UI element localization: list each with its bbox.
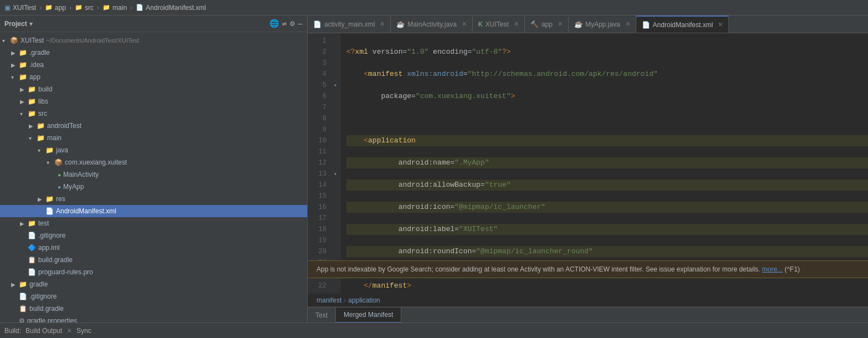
title-xuitest: XUITest [13, 4, 36, 12]
ln-15: 15 [311, 191, 326, 202]
tab-close-xuitest[interactable]: ✕ [514, 21, 519, 28]
gutter-14 [330, 180, 341, 191]
gutter-3 [330, 58, 341, 69]
tree-item-app-iml[interactable]: 🔷 app.iml [0, 242, 307, 254]
tab-close-androidmanifest[interactable]: ✕ [718, 21, 723, 28]
breadcrumb-sep: › [344, 296, 346, 304]
tree-item-mainactivity[interactable]: ● MainActivity [0, 168, 307, 181]
tree-item-myapp[interactable]: ● MyApp [0, 181, 307, 193]
tab-label-mainactivity: MainActivity.java [407, 21, 456, 28]
tree-item-gradle[interactable]: ▶ 📁 gradle [0, 278, 307, 290]
breadcrumb-bar: manifest › application [308, 294, 868, 307]
tab-app[interactable]: 🔨 app ✕ [525, 16, 569, 33]
tree-item-xuiroot[interactable]: ▾ 📦 XUITest ~/Documents/AndroidTest/XUIT… [0, 34, 307, 47]
ln-9: 9 [311, 124, 326, 135]
tree-item-proguard[interactable]: 📄 proguard-rules.pro [0, 266, 307, 278]
tab-androidmanifest[interactable]: 📄 AndroidManifest.xml ✕ [636, 16, 729, 33]
tree-item-main[interactable]: ▾ 📁 main [0, 132, 307, 144]
tree-item-idea[interactable]: ▶ 📁 .idea [0, 59, 307, 71]
ln-12: 12 [311, 157, 326, 168]
tree-item-java[interactable]: ▾ 📁 java [0, 144, 307, 156]
code-line-9: android:label="XUITest" [346, 224, 868, 235]
tab-myapp[interactable]: ☕ MyApp.java ✕ [569, 16, 636, 33]
title-src: src [85, 4, 94, 12]
tree-item-build-gradle-app[interactable]: 📋 build.gradle [0, 254, 307, 266]
title-item-main: 📁 main [103, 4, 127, 12]
sync-action[interactable]: Sync [76, 327, 91, 335]
tree-item-gitignore-root[interactable]: 📄 .gitignore [0, 290, 307, 303]
tree-item-app[interactable]: ▾ 📁 app [0, 71, 307, 83]
tree-label-xuiroot: XUITest [21, 37, 44, 44]
tree-label-idea: .idea [29, 61, 44, 69]
gutter-5[interactable]: ▾ [330, 80, 341, 91]
tree-label-gradle-root: .gradle [29, 49, 50, 57]
tab-close-myapp[interactable]: ✕ [625, 21, 630, 28]
java-icon-tab: ☕ [396, 21, 405, 28]
title-main: main [113, 4, 127, 12]
gutter-13[interactable]: ▾ [330, 168, 341, 180]
ln-18: 18 [311, 224, 326, 235]
tree-label-gitignore-app: .gitignore [38, 232, 65, 239]
tab-bottom-merged[interactable]: Merged Manifest [336, 308, 401, 323]
dropdown-icon[interactable]: ▾ [29, 20, 33, 28]
tree-item-res[interactable]: ▶ 📁 res [0, 193, 307, 205]
code-editor[interactable]: 1 2 3 4 5 6 7 8 9 10 11 12 13 14 15 16 1 [308, 33, 868, 260]
gutter-11 [330, 146, 341, 157]
tree-item-build[interactable]: ▶ 📁 build [0, 83, 307, 95]
gutter-17 [330, 213, 341, 224]
sep1: › [39, 4, 42, 12]
tree-label-src: src [38, 110, 47, 117]
tree-item-gradle-props[interactable]: ⚙ gradle.properties [0, 315, 307, 322]
tab-bottom-text[interactable]: Text [308, 308, 336, 323]
tree-item-src[interactable]: ▾ 📁 src [0, 107, 307, 120]
warning-text: App is not indexable by Google Search; c… [316, 265, 760, 273]
tree-label-build-gradle-app: build.gradle [38, 256, 73, 264]
tab-mainactivity[interactable]: ☕ MainActivity.java ✕ [391, 16, 472, 33]
tab-label-myapp: MyApp.java [585, 21, 620, 28]
warning-shortcut: (^F1) [784, 265, 800, 273]
tree-item-test[interactable]: ▶ 📁 test [0, 217, 307, 229]
sidebar-header-right: 🌐 ⇌ ⚙ — [269, 19, 303, 28]
tree-item-androidtest[interactable]: ▶ 📁 androidTest [0, 120, 307, 132]
tree-label-androidtest: androidTest [47, 122, 81, 130]
warning-link[interactable]: more... [762, 265, 783, 273]
gutter-20 [330, 246, 341, 257]
folder-icon-app: 📁 [45, 4, 53, 11]
tab-close-mainactivity[interactable]: ✕ [462, 21, 467, 28]
sep3: › [97, 4, 99, 12]
tabs-bar: 📄 activity_main.xml ✕ ☕ MainActivity.jav… [308, 16, 868, 33]
title-manifest: AndroidManifest.xml [146, 4, 206, 12]
title-item-manifest: 📄 AndroidManifest.xml [136, 4, 206, 12]
code-lines[interactable]: <?xml version="1.0" encoding="utf-8"?> <… [341, 33, 868, 260]
tab-close-activity-main[interactable]: ✕ [380, 21, 385, 28]
breadcrumb-manifest[interactable]: manifest [316, 296, 341, 304]
tree-item-libs[interactable]: ▶ 📁 libs [0, 95, 307, 107]
tab-xuitest[interactable]: K XUITest ✕ [473, 16, 525, 33]
folder-icon-src: 📁 [75, 4, 83, 11]
earth-icon[interactable]: 🌐 [269, 19, 279, 28]
code-line-3: package="com.xuexiang.xuitest"> [346, 91, 868, 102]
tab-label-androidmanifest: AndroidManifest.xml [653, 21, 713, 29]
tree-item-pkg[interactable]: ▾ 📦 com.xuexiang.xuitest [0, 156, 307, 168]
tree-item-gradle-root[interactable]: ▶ 📁 .gradle [0, 47, 307, 59]
tab-activity-main[interactable]: 📄 activity_main.xml ✕ [308, 16, 391, 33]
settings-icon[interactable]: ⚙ [290, 19, 294, 28]
tab-close-app[interactable]: ✕ [558, 21, 563, 28]
build-output[interactable]: Build Output [25, 327, 62, 335]
tree-label-app: app [29, 73, 40, 81]
java-icon-tab2: ☕ [574, 21, 583, 28]
ln-8: 8 [311, 113, 326, 124]
tree-item-build-gradle[interactable]: 📋 build.gradle [0, 303, 307, 315]
breadcrumb-application[interactable]: application [348, 296, 380, 304]
ln-11: 11 [311, 146, 326, 157]
tab-label-activity-main: activity_main.xml [324, 21, 375, 28]
gutter-4 [330, 69, 341, 80]
gutter-19 [330, 235, 341, 246]
gutter-10 [330, 135, 341, 146]
tree-item-androidmanifest[interactable]: 📄 AndroidManifest.xml [0, 205, 307, 217]
diff-icon[interactable]: ⇌ [282, 19, 287, 28]
collapse-icon[interactable]: — [298, 19, 303, 28]
editor-content: 1 2 3 4 5 6 7 8 9 10 11 12 13 14 15 16 1 [308, 33, 868, 322]
tree-item-gitignore-app[interactable]: 📄 .gitignore [0, 229, 307, 242]
tree-label-libs: libs [38, 98, 48, 105]
